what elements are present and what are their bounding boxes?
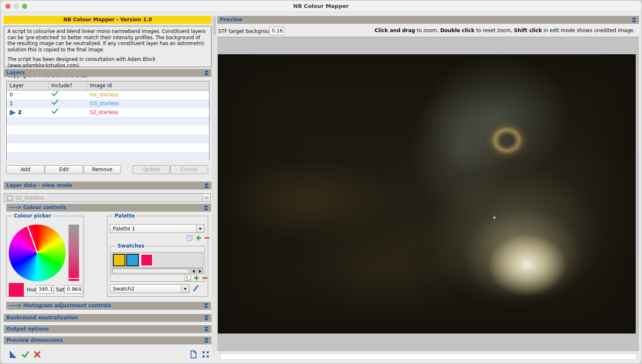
table-row-empty xyxy=(7,143,209,152)
image-id: Ha_starless xyxy=(87,91,209,99)
section-output-options[interactable]: Output options xyxy=(4,325,211,333)
preview-hint-text: Click and drag to zoom, Double click to … xyxy=(374,28,635,33)
panel-scrollbar[interactable] xyxy=(212,16,217,351)
included-check-icon xyxy=(51,91,87,96)
documentation-icon[interactable] xyxy=(190,350,198,359)
section-preview-label: Preview xyxy=(220,17,242,23)
execute-check-icon[interactable] xyxy=(21,350,30,359)
scrollbar-track[interactable] xyxy=(112,269,189,273)
column-header-image-id: Image id xyxy=(87,81,209,90)
layer-number: 0 xyxy=(10,91,13,99)
column-header-include: Include? xyxy=(48,81,87,90)
expand-icon[interactable] xyxy=(204,326,209,332)
swatch-scrollbar[interactable] xyxy=(112,268,204,274)
hint-bold: Click and drag xyxy=(374,28,415,33)
section-colour-controls[interactable]: ----> Colour controls xyxy=(6,204,211,212)
preview-nebula-image[interactable] xyxy=(218,54,636,334)
view-selector-dropdown: S2_starless xyxy=(4,193,211,202)
table-row-selected[interactable]: 2 S2_starless xyxy=(7,108,209,117)
expand-icon[interactable] xyxy=(204,338,209,343)
description-paragraph: A script to colourise and blend linear m… xyxy=(8,28,208,53)
update-button: Update xyxy=(132,165,170,174)
collapse-icon[interactable] xyxy=(203,205,209,210)
title-bar: NB Colour Mapper xyxy=(0,0,642,12)
section-layers[interactable]: Layers xyxy=(4,69,211,77)
reset-icon[interactable] xyxy=(201,350,210,359)
remove-button[interactable]: Remove xyxy=(84,165,121,174)
swatch-from-image-icon[interactable] xyxy=(184,275,191,281)
add-button[interactable]: Add xyxy=(6,165,45,174)
swatch-item[interactable] xyxy=(126,254,139,266)
table-row-empty xyxy=(7,117,209,126)
new-instance-icon[interactable] xyxy=(9,350,17,359)
remove-palette-icon[interactable] xyxy=(204,235,210,241)
hue-wheel[interactable] xyxy=(9,225,66,281)
palette-legend: Palette xyxy=(112,213,137,219)
collapse-icon[interactable] xyxy=(631,17,637,23)
swatch-dropdown-value: Swatch2 xyxy=(113,286,134,292)
remove-swatch-icon[interactable] xyxy=(202,275,208,281)
dialog-window: NB Colour Mapper NB Colour Mapper - Vers… xyxy=(0,0,642,364)
table-row[interactable]: 1 O3_starless xyxy=(7,99,209,108)
layers-table: Layer Include? Image id 0 Ha_starless 1 … xyxy=(6,81,209,160)
expand-icon[interactable] xyxy=(203,303,209,308)
hint-bold: Shift click xyxy=(514,28,542,33)
section-preview-dimensions[interactable]: Preview dimensions xyxy=(4,336,211,344)
active-row-play-icon xyxy=(10,110,16,116)
included-check-icon xyxy=(51,108,87,114)
swatch-dropdown[interactable]: Swatch2 xyxy=(110,284,189,293)
scroll-right-button[interactable] xyxy=(196,268,203,274)
view-selector-value: S2_starless xyxy=(15,195,44,201)
section-histogram[interactable]: ----> Histogram adjustment controls xyxy=(6,302,211,310)
layer-number: 1 xyxy=(10,99,13,108)
edit-button[interactable]: Edit xyxy=(45,165,83,174)
hint-text: in edit mode shows unedited image. xyxy=(542,28,635,33)
scroll-left-button[interactable] xyxy=(189,268,196,274)
collapse-icon[interactable] xyxy=(204,70,209,76)
saturation-bar[interactable] xyxy=(69,225,79,281)
layer-number: 2 xyxy=(18,108,21,117)
hue-input[interactable] xyxy=(36,285,54,293)
hint-bold: Double click xyxy=(440,28,474,33)
section-background-neutralization-label: Backround neutralization xyxy=(6,315,78,321)
edit-swatch-pencil-icon[interactable] xyxy=(192,284,200,292)
script-title-banner: NB Colour Mapper - Version 1.0 xyxy=(4,16,211,24)
hue-indicator xyxy=(27,226,38,253)
swatch-strip xyxy=(112,252,204,268)
preview-bottom-bar xyxy=(220,353,637,360)
section-output-options-label: Output options xyxy=(6,326,49,332)
collapse-icon[interactable] xyxy=(204,183,209,188)
section-preview[interactable]: Preview xyxy=(217,16,639,24)
image-id: S2_starless xyxy=(87,108,209,117)
colour-picker-legend: Colour picker xyxy=(12,213,54,219)
palette-dropdown[interactable]: Palette 1 xyxy=(110,224,204,233)
hint-text: to zoom, xyxy=(415,28,440,33)
palette-dropdown-value: Palette 1 xyxy=(113,226,135,232)
swatch-item-selected[interactable] xyxy=(140,254,153,266)
expand-icon[interactable] xyxy=(204,315,209,321)
stf-row: STF target background:: Click and drag t… xyxy=(217,25,639,36)
script-description: A script to colourise and blend linear m… xyxy=(4,26,211,67)
dropdown-arrow xyxy=(181,285,189,293)
image-id: O3_starless xyxy=(87,99,209,108)
section-layers-label: Layers xyxy=(6,70,25,76)
section-layer-data[interactable]: Layer data - view mode xyxy=(4,182,211,190)
table-row-empty xyxy=(7,126,209,134)
section-layer-data-label: Layer data - view mode xyxy=(6,182,72,188)
add-swatch-icon[interactable] xyxy=(194,275,199,281)
section-background-neutralization[interactable]: Backround neutralization xyxy=(4,314,211,322)
stf-target-background-input[interactable] xyxy=(269,27,284,35)
sat-input[interactable] xyxy=(64,285,82,293)
add-palette-icon[interactable] xyxy=(196,235,201,241)
dropdown-arrow xyxy=(202,194,210,202)
table-row-empty xyxy=(7,152,209,161)
preview-viewport[interactable] xyxy=(217,37,639,351)
swatch-item[interactable] xyxy=(113,254,125,266)
copy-palette-icon[interactable] xyxy=(186,235,193,241)
cancel-button: Cancel xyxy=(170,165,208,174)
scrollbar-thumb[interactable] xyxy=(213,16,216,35)
cancel-cross-icon[interactable] xyxy=(33,350,41,359)
section-colour-controls-label: ----> Colour controls xyxy=(9,205,66,210)
table-row[interactable]: 0 Ha_starless xyxy=(7,91,209,99)
section-histogram-label: ----> Histogram adjustment controls xyxy=(9,303,111,308)
